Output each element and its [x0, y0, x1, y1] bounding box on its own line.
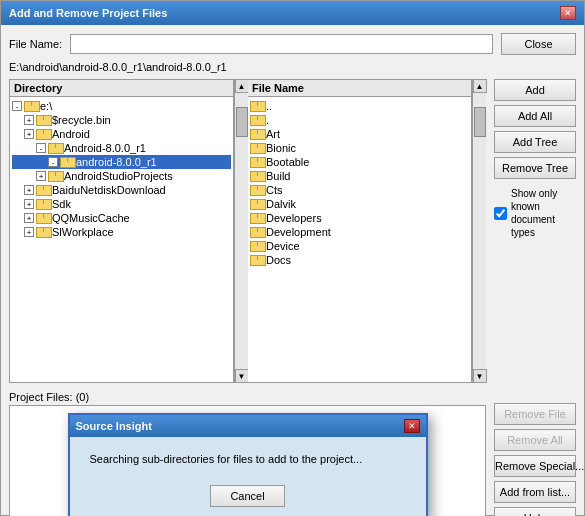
- window-close-button[interactable]: ✕: [560, 6, 576, 20]
- scrollbar-up-arrow[interactable]: ▲: [235, 79, 249, 93]
- file-list-item[interactable]: Cts: [250, 183, 469, 197]
- tree-item[interactable]: +AndroidStudioProjects: [12, 169, 231, 183]
- file-scrollbar-thumb[interactable]: [474, 107, 486, 137]
- tree-toggle[interactable]: -: [36, 143, 46, 153]
- dialog-cancel-button[interactable]: Cancel: [210, 485, 285, 507]
- tree-toggle[interactable]: +: [36, 171, 46, 181]
- tree-toggle[interactable]: -: [48, 157, 58, 167]
- panels-row: Directory -e:\+$recycle.bin+Android-Andr…: [9, 79, 486, 383]
- main-content: File Name: Close E:\android\android-8.0.…: [1, 25, 584, 515]
- file-item-label: Dalvik: [266, 198, 296, 210]
- tree-item-label: e:\: [40, 100, 52, 112]
- tree-toggle[interactable]: +: [24, 185, 34, 195]
- tree-item-label: Sdk: [52, 198, 71, 210]
- folder-icon: [60, 157, 74, 168]
- tree-item[interactable]: +$recycle.bin: [12, 113, 231, 127]
- file-item-label: Bootable: [266, 156, 309, 168]
- bottom-right-buttons: Remove File Remove All Remove Special...…: [486, 403, 576, 516]
- file-item-label: ..: [266, 100, 272, 112]
- folder-icon: [36, 115, 50, 126]
- tree-toggle[interactable]: +: [24, 199, 34, 209]
- file-list-item[interactable]: Bootable: [250, 155, 469, 169]
- folder-icon: [250, 115, 264, 126]
- dialog-content: Searching sub-directories for files to a…: [70, 437, 426, 516]
- close-button[interactable]: Close: [501, 33, 576, 55]
- file-name-input[interactable]: [70, 34, 493, 54]
- folder-icon: [48, 143, 62, 154]
- file-list-item[interactable]: Bionic: [250, 141, 469, 155]
- file-scrollbar-down-arrow[interactable]: ▼: [473, 369, 487, 383]
- remove-tree-button[interactable]: Remove Tree: [494, 157, 576, 179]
- filename-scrollbar[interactable]: ▲ ▼: [472, 79, 486, 383]
- file-list-item[interactable]: Developers: [250, 211, 469, 225]
- file-list-item[interactable]: ..: [250, 99, 469, 113]
- tree-item-label: Android-8.0.0_r1: [64, 142, 146, 154]
- tree-toggle[interactable]: +: [24, 115, 34, 125]
- main-area: Directory -e:\+$recycle.bin+Android-Andr…: [9, 79, 576, 383]
- tree-item[interactable]: +Android: [12, 127, 231, 141]
- directory-scrollbar[interactable]: ▲ ▼: [234, 79, 248, 383]
- folder-icon: [250, 157, 264, 168]
- file-item-label: Bionic: [266, 142, 296, 154]
- show-known-types-label: Show only known document types: [511, 187, 576, 239]
- folder-icon: [250, 143, 264, 154]
- folder-icon: [24, 101, 38, 112]
- file-scrollbar-up-arrow[interactable]: ▲: [473, 79, 487, 93]
- tree-item[interactable]: +BaiduNetdiskDownload: [12, 183, 231, 197]
- path-display: E:\android\android-8.0.0_r1\android-8.0.…: [9, 61, 576, 73]
- file-list-item[interactable]: Development: [250, 225, 469, 239]
- tree-toggle[interactable]: -: [12, 101, 22, 111]
- file-list-item[interactable]: Art: [250, 127, 469, 141]
- tree-item[interactable]: -e:\: [12, 99, 231, 113]
- add-button[interactable]: Add: [494, 79, 576, 101]
- folder-icon: [36, 129, 50, 140]
- tree-toggle[interactable]: +: [24, 227, 34, 237]
- dialog-title-bar: Source Insight ✕: [70, 415, 426, 437]
- directory-panel: Directory -e:\+$recycle.bin+Android-Andr…: [9, 79, 234, 383]
- dialog-close-button[interactable]: ✕: [404, 419, 420, 433]
- show-known-types-checkbox[interactable]: [494, 207, 507, 220]
- file-list-item[interactable]: Device: [250, 239, 469, 253]
- tree-item-label: QQMusicCache: [52, 212, 130, 224]
- filename-panel-content[interactable]: ...ArtBionicBootableBuildCtsDalvikDevelo…: [248, 97, 471, 382]
- file-list-item[interactable]: Docs: [250, 253, 469, 267]
- file-item-label: Build: [266, 170, 290, 182]
- tree-item[interactable]: +Sdk: [12, 197, 231, 211]
- add-all-button[interactable]: Add All: [494, 105, 576, 127]
- add-from-list-button[interactable]: Add from list...: [494, 481, 576, 503]
- folder-icon: [250, 185, 264, 196]
- folder-icon: [250, 199, 264, 210]
- tree-toggle[interactable]: +: [24, 213, 34, 223]
- help-button[interactable]: Help: [494, 507, 576, 516]
- remove-file-button[interactable]: Remove File: [494, 403, 576, 425]
- file-list-item[interactable]: Build: [250, 169, 469, 183]
- tree-item-label: SlWorkplace: [52, 226, 114, 238]
- file-list-item[interactable]: Dalvik: [250, 197, 469, 211]
- tree-item[interactable]: +QQMusicCache: [12, 211, 231, 225]
- file-list-item[interactable]: .: [250, 113, 469, 127]
- folder-icon: [250, 213, 264, 224]
- scrollbar-down-arrow[interactable]: ▼: [235, 369, 249, 383]
- folder-icon: [36, 199, 50, 210]
- scrollbar-thumb[interactable]: [236, 107, 248, 137]
- remove-special-button[interactable]: Remove Special...: [494, 455, 576, 477]
- dialog-title: Source Insight: [76, 420, 152, 432]
- remove-all-button[interactable]: Remove All: [494, 429, 576, 451]
- directory-panel-content[interactable]: -e:\+$recycle.bin+Android-Android-8.0.0_…: [10, 97, 233, 382]
- tree-item[interactable]: +SlWorkplace: [12, 225, 231, 239]
- tree-toggle[interactable]: +: [24, 129, 34, 139]
- tree-item-label: BaiduNetdiskDownload: [52, 184, 166, 196]
- dialog-overlay: Source Insight ✕ Searching sub-directori…: [10, 406, 485, 516]
- tree-item[interactable]: -android-8.0.0_r1: [12, 155, 231, 169]
- window-title: Add and Remove Project Files: [9, 7, 167, 19]
- title-bar: Add and Remove Project Files ✕: [1, 1, 584, 25]
- tree-item-label: android-8.0.0_r1: [76, 156, 157, 168]
- folder-icon: [48, 171, 62, 182]
- right-buttons-panel: Add Add All Add Tree Remove Tree Show on…: [486, 79, 576, 383]
- bottom-section: Project Files: (0) Source Insight ✕ Sear…: [9, 387, 576, 507]
- folder-icon: [36, 227, 50, 238]
- add-tree-button[interactable]: Add Tree: [494, 131, 576, 153]
- directory-panel-header: Directory: [10, 80, 233, 97]
- folder-icon: [250, 255, 264, 266]
- tree-item[interactable]: -Android-8.0.0_r1: [12, 141, 231, 155]
